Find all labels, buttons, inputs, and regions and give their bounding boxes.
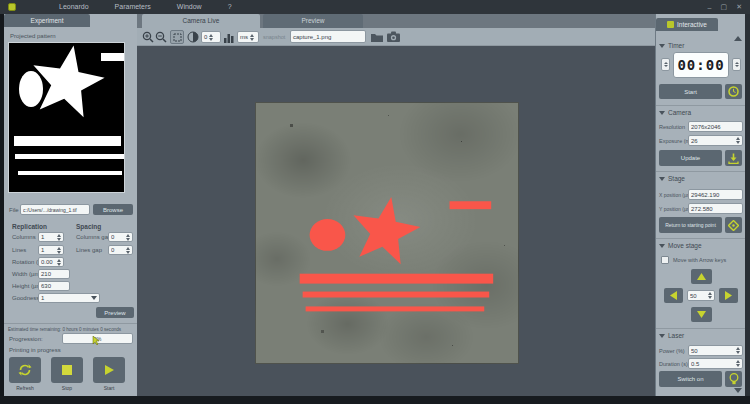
tab-preview[interactable]: Preview [263,14,363,28]
camera-canvas[interactable] [137,46,655,396]
exposure-stepper[interactable] [736,137,740,144]
height-input[interactable]: 630 [38,281,70,291]
contrast-icon[interactable] [187,31,199,43]
histogram-icon[interactable] [224,32,235,43]
exposure-unit-input[interactable]: ms [237,31,259,43]
exposure-input[interactable]: 26 [688,135,743,146]
move-step-stepper[interactable] [708,292,712,299]
columns-stepper[interactable] [57,234,61,241]
file-path-input[interactable]: c:/Users/.../drawing_1.tif [20,204,90,215]
columns-gap-input[interactable]: 0 [108,232,133,242]
arrow-keys-checkbox[interactable] [661,256,669,264]
lines-gap-stepper[interactable] [126,247,130,254]
goodness-select[interactable]: 1 [38,293,100,303]
move-left-button[interactable] [664,288,683,303]
browse-button[interactable]: Browse [93,204,133,215]
collapse-icon-move [659,244,665,248]
power-stepper[interactable] [736,347,740,354]
scroll-up-icon[interactable] [734,36,742,41]
arrow-up-icon [697,273,706,280]
menu-parameters[interactable]: Parameters [102,0,164,14]
laser-section-header[interactable]: Laser [659,332,684,339]
move-stage-section-header[interactable]: Move stage [659,242,702,249]
menu-help[interactable]: ? [215,0,245,14]
timer-start-button[interactable]: Start [659,84,722,99]
return-to-start-button[interactable]: Return to starting point [659,217,722,233]
width-input[interactable]: 210 [38,269,70,279]
x-position-input[interactable]: 29462.190 [688,189,743,200]
window-bottom-edge [0,396,750,404]
lamp-button[interactable] [725,371,742,387]
move-down-button[interactable] [691,307,712,322]
update-button[interactable]: Update [659,150,722,166]
tab-interactive[interactable]: Interactive [656,18,718,31]
close-button[interactable]: ✕ [736,3,742,11]
window-right-edge [745,14,750,396]
camera-icon[interactable] [387,31,400,42]
contrast-value-stepper[interactable] [209,34,213,41]
power-label: Power (%) [659,348,685,354]
rotation-input[interactable]: 0.00 [38,257,64,267]
resolution-input[interactable]: 2076x2046 [688,121,743,132]
download-button[interactable] [725,150,742,166]
preview-button[interactable]: Preview [96,307,134,318]
pattern-shapes [9,43,124,192]
replication-header: Replication [12,223,47,230]
switch-on-button[interactable]: Switch on [659,371,722,387]
exposure-unit-stepper[interactable] [250,34,254,41]
menu-window[interactable]: Window [164,0,215,14]
collapse-icon-stage [659,177,665,181]
collapse-icon-laser [659,334,665,338]
stage-section-header[interactable]: Stage [659,175,685,182]
home-target-button[interactable] [725,217,742,233]
tab-camera-live[interactable]: Camera Live [142,14,260,28]
collapse-icon-camera [659,111,665,115]
burned-pattern-shapes [256,103,518,363]
file-label: File [9,207,19,213]
lines-input[interactable]: 1 [38,245,64,255]
duration-label: Duration (s) [659,361,688,367]
camera-section-header[interactable]: Camera [659,109,691,116]
contrast-value-input[interactable]: 0 [201,31,221,43]
rotation-stepper[interactable] [57,259,61,266]
tab-experiment[interactable]: Experiment [4,14,90,27]
arrow-left-icon [670,291,677,300]
columns-gap-stepper[interactable] [126,234,130,241]
scroll-down-icon[interactable] [734,388,742,393]
zoom-out-icon[interactable] [155,31,167,43]
estimated-time-label: Estimated time remaining: 0 hours 0 minu… [8,327,136,332]
spacing-header: Spacing [76,223,101,230]
lines-stepper[interactable] [57,247,61,254]
timer-minutes-stepper[interactable] [661,58,670,71]
duration-input[interactable]: 0.5 [688,358,743,369]
menu-bar: Leonardo Parameters Window ? – ▢ ✕ [0,0,750,14]
move-step-input[interactable]: 50 [687,290,715,301]
duration-stepper[interactable] [736,360,740,367]
stop-button-label: Stop [51,385,83,391]
folder-icon[interactable] [371,32,383,42]
projected-pattern-label: Projected pattern [10,33,56,39]
fit-frame-button[interactable] [170,30,184,44]
power-input[interactable]: 50 [688,345,743,356]
snapshot-filename-input[interactable]: capture_1.png [290,30,366,43]
collapse-icon-timer [659,44,665,48]
move-up-button[interactable] [691,269,712,284]
camera-toolbar: 0 ms snapshot capture_1.png [137,28,655,46]
maximize-button[interactable]: ▢ [721,3,728,11]
columns-input[interactable]: 1 [38,232,64,242]
timer-clock-button[interactable] [725,84,742,99]
y-position-input[interactable]: 272.580 [688,203,743,214]
refresh-button[interactable] [9,357,41,383]
camera-live-image [255,102,519,364]
timer-seconds-stepper[interactable] [732,58,741,71]
move-right-button[interactable] [719,288,738,303]
lines-gap-input[interactable]: 0 [108,245,133,255]
zoom-in-icon[interactable] [142,31,154,43]
download-icon [728,153,739,164]
stop-button[interactable] [51,357,83,383]
minimize-button[interactable]: – [708,4,712,11]
start-button-left[interactable] [93,357,125,383]
timer-section-header[interactable]: Timer [659,42,684,49]
menu-leonardo[interactable]: Leonardo [46,0,102,14]
frame-icon [173,33,182,42]
